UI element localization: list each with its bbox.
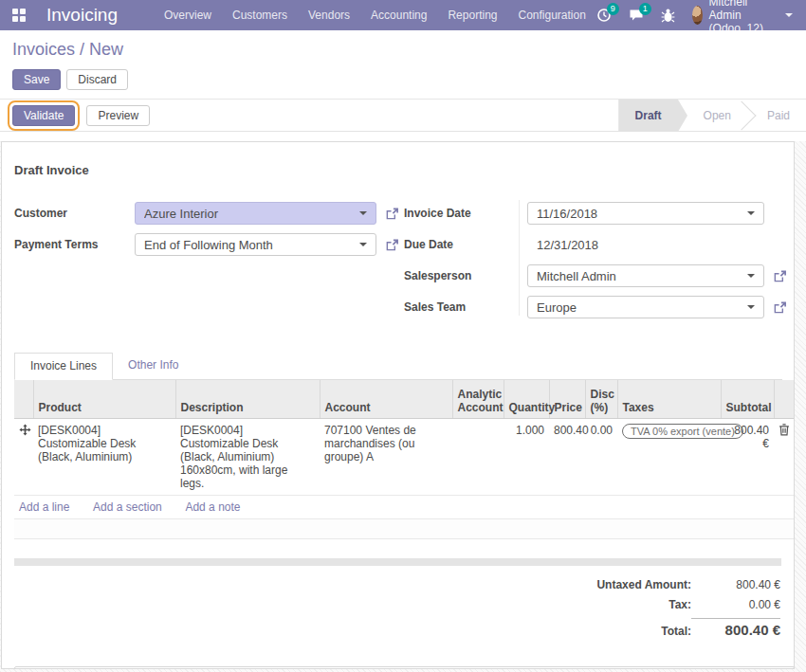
add-a-section-link[interactable]: Add a section [93, 500, 162, 514]
drag-handle-cell[interactable] [14, 418, 33, 495]
invoice-date-label: Invoice Date [404, 207, 527, 220]
header-analytic-account[interactable]: Analytic Account [452, 380, 504, 418]
payment-terms-external-link-icon[interactable] [385, 238, 399, 252]
header-description[interactable]: Description [175, 380, 320, 418]
salesperson-field[interactable]: Mitchell Admin [527, 264, 764, 287]
empty-line-row[interactable] [14, 518, 795, 538]
analytic-account-cell[interactable] [452, 418, 504, 495]
quantity-cell[interactable]: 1.000 [504, 418, 549, 495]
group-right: Invoice Date 11/16/2018 Due Date 12/31/2… [404, 202, 794, 327]
header-quantity[interactable]: Quantity [504, 380, 549, 418]
horizontal-scrollbar[interactable] [14, 558, 781, 566]
sales-team-label: Sales Team [404, 300, 527, 314]
add-a-note-link[interactable]: Add a note [185, 500, 240, 514]
sales-team-row: Sales Team Europe [404, 296, 794, 318]
invoice-sheet: Draft Invoice Customer Azure Interior Pa… [1, 141, 795, 669]
main-menu: Overview Customers Vendors Accounting Re… [154, 0, 596, 30]
tax-amount: 0.00 € [691, 598, 780, 611]
payment-terms-row: Payment Terms End of Following Month [14, 233, 404, 256]
taxes-cell: TVA 0% export (vente) [617, 418, 721, 495]
user-menu[interactable]: Mitchell Admin (Odoo_12) [692, 0, 793, 35]
untaxed-label: Untaxed Amount: [596, 578, 691, 591]
header-delete [774, 380, 795, 418]
invoice-date-field[interactable]: 11/16/2018 [527, 202, 764, 225]
header-product[interactable]: Product [33, 380, 175, 418]
description-cell[interactable]: [DESK0004] Customizable Desk (Black, Alu… [175, 418, 320, 495]
user-name: Mitchell Admin (Odoo_12) [709, 0, 779, 35]
payment-terms-field[interactable]: End of Following Month [135, 233, 376, 256]
header-account[interactable]: Account [320, 380, 452, 418]
header-discount[interactable]: Disc (%) [585, 380, 617, 418]
nav-item-overview[interactable]: Overview [154, 0, 222, 30]
add-a-line-link[interactable]: Add a line [19, 500, 69, 514]
app-brand[interactable]: Invoicing [46, 5, 118, 26]
sales-team-external-link-icon[interactable] [773, 300, 787, 315]
customer-field[interactable]: Azure Interior [135, 202, 376, 225]
header-taxes[interactable]: Taxes [617, 380, 721, 418]
save-button[interactable]: Save [12, 69, 61, 90]
nav-item-accounting[interactable]: Accounting [360, 0, 437, 30]
status-step-draft[interactable]: Draft [619, 100, 678, 131]
field-group: Customer Azure Interior Payment Terms En… [14, 202, 794, 327]
nav-item-customers[interactable]: Customers [222, 0, 298, 30]
activity-count-badge: 9 [607, 3, 619, 15]
messages-bubble-icon[interactable]: 1 [629, 8, 644, 23]
nav-item-vendors[interactable]: Vendors [298, 0, 360, 30]
delete-row-cell[interactable] [774, 418, 795, 495]
tab-invoice-lines[interactable]: Invoice Lines [14, 353, 113, 380]
payment-terms-label: Payment Terms [14, 238, 135, 251]
validate-button[interactable]: Validate [12, 105, 75, 126]
add-row: Add a line Add a section Add a note [14, 495, 795, 518]
price-cell[interactable]: 800.40 [549, 418, 585, 495]
salesperson-label: Salesperson [404, 269, 527, 282]
terms-textarea[interactable] [14, 666, 795, 670]
untaxed-amount: 800.40 € [691, 578, 780, 591]
nav-item-reporting[interactable]: Reporting [437, 0, 507, 30]
total-label: Total: [661, 625, 691, 638]
tab-other-info[interactable]: Other Info [113, 353, 193, 380]
taxes-badge[interactable]: TVA 0% export (vente) [622, 424, 743, 439]
status-step-paid[interactable]: Paid [742, 100, 806, 131]
validate-annotation: Validate [12, 105, 75, 126]
main-navbar: Invoicing Overview Customers Vendors Acc… [0, 0, 806, 30]
customer-label: Customer [14, 207, 135, 220]
account-cell[interactable]: 707100 Ventes de marchandises (ou groupe… [320, 418, 452, 495]
untaxed-row: Untaxed Amount: 800.40 € [596, 578, 780, 591]
form-background: Draft Invoice Customer Azure Interior Pa… [0, 141, 806, 672]
customer-row: Customer Azure Interior [14, 202, 404, 225]
customer-external-link-icon[interactable] [385, 207, 399, 221]
totals-block: Untaxed Amount: 800.40 € Tax: 0.00 € Tot… [2, 578, 794, 645]
chevron-down-icon [785, 13, 793, 17]
apps-menu-icon[interactable] [12, 9, 26, 22]
message-count-badge: 1 [639, 3, 651, 15]
sales-team-field[interactable]: Europe [527, 296, 764, 318]
discard-button[interactable]: Discard [66, 69, 128, 90]
product-cell[interactable]: [DESK0004] Customizable Desk (Black, Alu… [33, 418, 175, 495]
statusbar: Validate Preview Draft Open Paid [0, 99, 806, 132]
header-price[interactable]: Price [549, 380, 585, 418]
activities-clock-icon[interactable]: 9 [596, 8, 612, 23]
tax-row: Tax: 0.00 € [669, 598, 780, 611]
due-date-value: 12/31/2018 [527, 238, 598, 252]
total-amount: 800.40 € [691, 618, 780, 638]
header-handle [14, 380, 33, 418]
salesperson-row: Salesperson Mitchell Admin [404, 264, 794, 287]
notebook-tabs: Invoice Lines Other Info [14, 352, 782, 380]
group-left: Customer Azure Interior Payment Terms En… [14, 202, 404, 327]
discount-cell[interactable]: 0.00 [585, 418, 617, 495]
due-date-row: Due Date 12/31/2018 [404, 233, 794, 256]
chevron-down-icon [359, 243, 367, 246]
nav-item-configuration[interactable]: Configuration [507, 0, 595, 30]
systray: 9 1 Mitchell Admin (Odoo_12) [596, 0, 806, 35]
form-buttons: Save Discard [12, 60, 794, 99]
table-header-row: Product Description Account Analytic Acc… [14, 380, 795, 418]
invoice-lines-table: Product Description Account Analytic Acc… [14, 380, 795, 539]
preview-button[interactable]: Preview [86, 105, 150, 126]
salesperson-external-link-icon[interactable] [773, 269, 787, 283]
breadcrumb[interactable]: Invoices / New [12, 40, 794, 60]
bug-icon[interactable] [661, 8, 675, 23]
invoice-line-row[interactable]: [DESK0004] Customizable Desk (Black, Alu… [14, 418, 795, 495]
trash-icon [779, 424, 790, 436]
drag-handle-icon [19, 424, 31, 436]
header-subtotal[interactable]: Subtotal [721, 380, 774, 418]
